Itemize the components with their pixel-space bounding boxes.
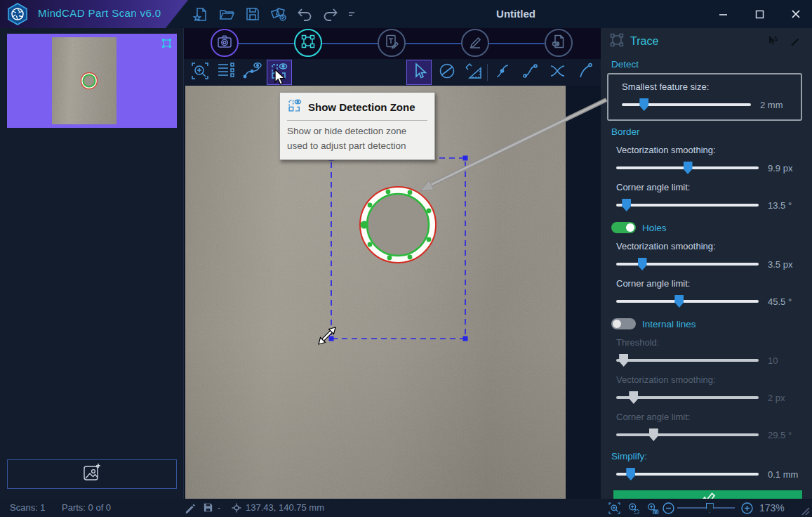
autosave-icon[interactable] bbox=[202, 502, 214, 516]
undo-button[interactable] bbox=[295, 4, 314, 24]
il-corner-slider-row: 29.5 ° bbox=[616, 428, 802, 441]
holes-smoothing-slider-row: 3.5 px bbox=[616, 258, 802, 270]
border-corner-label: Corner angle limit: bbox=[616, 182, 802, 192]
internal-lines-toggle[interactable] bbox=[611, 318, 636, 329]
resize-grip[interactable] bbox=[799, 504, 810, 517]
il-corner-label: Corner angle limit: bbox=[616, 412, 802, 422]
smallest-feature-slider[interactable] bbox=[622, 103, 751, 106]
zoom-extents-icon[interactable] bbox=[608, 502, 621, 517]
workflow-step-export[interactable] bbox=[545, 29, 573, 57]
curve-endnodes-tool[interactable] bbox=[519, 60, 543, 84]
show-curves-tool[interactable] bbox=[241, 60, 265, 84]
window-controls bbox=[714, 0, 805, 28]
select-tool[interactable] bbox=[407, 60, 431, 84]
tools-separator bbox=[487, 64, 488, 81]
scans-count: Scans: 1 bbox=[10, 502, 46, 513]
pointer-icon bbox=[410, 62, 428, 83]
panel-pointer-icon[interactable] bbox=[767, 35, 778, 49]
scan-thumbnail-image bbox=[52, 37, 117, 124]
workflow-bar bbox=[184, 28, 601, 59]
threshold-value: 10 bbox=[759, 355, 802, 366]
il-smoothing-value: 2 px bbox=[759, 393, 802, 403]
show-detection-zone-tool[interactable] bbox=[267, 60, 291, 84]
smallest-feature-value: 2 mm bbox=[751, 100, 794, 110]
curve-open-tool[interactable] bbox=[573, 60, 597, 84]
tooltip: Show Detection Zone Show or hide detecti… bbox=[279, 92, 435, 160]
border-smoothing-value: 9.9 px bbox=[759, 163, 802, 174]
scan-list-tool[interactable] bbox=[214, 60, 238, 84]
cursor-coordinates: 137.43, 140.75 mm bbox=[246, 502, 324, 513]
new-scan-button[interactable] bbox=[191, 4, 211, 24]
zoom-to-scan-icon[interactable] bbox=[646, 502, 659, 517]
il-corner-slider bbox=[616, 433, 759, 436]
simplify-label: Simplify: bbox=[611, 451, 802, 462]
internal-lines-toggle-row: Internal lines bbox=[611, 318, 802, 329]
smallest-feature-callout: Smallest feature size: 2 mm bbox=[607, 73, 802, 121]
workflow-step-edit[interactable] bbox=[461, 29, 489, 57]
zoom-out-button[interactable] bbox=[663, 502, 674, 517]
il-smoothing-slider bbox=[616, 396, 759, 399]
tooltip-description-line2: used to adjust part detection bbox=[287, 139, 427, 154]
border-section-label: Border bbox=[611, 126, 802, 137]
bounding-box-icon bbox=[300, 33, 317, 53]
ruler-triangle-icon bbox=[464, 61, 484, 84]
threshold-label: Threshold: bbox=[616, 337, 802, 348]
holes-label: Holes bbox=[642, 223, 667, 233]
panel-edit-icon[interactable] bbox=[790, 35, 801, 49]
border-smoothing-slider[interactable] bbox=[616, 166, 759, 169]
workflow-step-capture[interactable] bbox=[211, 29, 239, 57]
calibration-button[interactable] bbox=[269, 4, 288, 24]
measure-tool[interactable] bbox=[462, 60, 486, 84]
app-window: MindCAD Part Scan v6.0 bbox=[0, 0, 812, 517]
minimize-button[interactable] bbox=[714, 5, 732, 23]
app-logo-icon bbox=[6, 2, 29, 26]
zoom-slider[interactable] bbox=[677, 507, 735, 509]
document-title: Untitled bbox=[460, 8, 572, 20]
tooltip-detection-zone-icon bbox=[287, 98, 302, 116]
export-document-icon bbox=[550, 33, 567, 53]
no-entry-icon bbox=[437, 61, 457, 84]
autosave-status: - bbox=[218, 502, 220, 513]
holes-smoothing-slider[interactable] bbox=[616, 263, 759, 266]
add-scan-button[interactable] bbox=[7, 459, 177, 489]
zoom-region-tool[interactable] bbox=[188, 60, 212, 84]
scan-thumbnail[interactable] bbox=[7, 34, 177, 128]
curve-midnode-tool[interactable] bbox=[491, 60, 515, 84]
holes-toggle[interactable] bbox=[611, 222, 636, 233]
redo-button[interactable] bbox=[321, 4, 340, 24]
tools-bar bbox=[184, 59, 601, 86]
save-button[interactable] bbox=[243, 4, 262, 24]
border-smoothing-label: Vectorization smoothing: bbox=[616, 145, 802, 155]
smallest-feature-slider-row: 2 mm bbox=[622, 98, 794, 111]
zoom-in-button[interactable] bbox=[741, 502, 753, 517]
curves-crossing-icon bbox=[548, 62, 568, 83]
scans-sidebar bbox=[0, 28, 184, 499]
holes-corner-slider[interactable] bbox=[616, 300, 759, 303]
toolbar-overflow-button[interactable] bbox=[347, 4, 357, 24]
internal-lines-label: Internal lines bbox=[642, 319, 696, 329]
maximize-button[interactable] bbox=[750, 5, 768, 23]
magnifier-brackets-icon bbox=[190, 61, 210, 84]
simplify-slider[interactable] bbox=[616, 473, 759, 476]
trace-panel: Trace Detect Smallest feature size: 2 mm… bbox=[601, 28, 812, 499]
il-smoothing-label: Vectorization smoothing: bbox=[616, 374, 802, 385]
trace-panel-title: Trace bbox=[630, 35, 658, 48]
border-corner-slider-row: 13.5 ° bbox=[616, 199, 802, 211]
tooltip-description-line1: Show or hide detection zone bbox=[287, 124, 427, 139]
edit-mode-icon[interactable] bbox=[184, 502, 197, 517]
zoom-level: 173% bbox=[759, 502, 785, 513]
tooltip-title: Show Detection Zone bbox=[308, 101, 415, 113]
threshold-slider-row: 10 bbox=[616, 354, 802, 367]
curve-eye-icon bbox=[243, 61, 262, 84]
border-corner-slider[interactable] bbox=[616, 204, 759, 207]
curve-endnodes-icon bbox=[521, 62, 540, 83]
workflow-step-trace[interactable] bbox=[294, 29, 322, 57]
workflow-step-annotate[interactable] bbox=[378, 29, 406, 57]
zoom-to-selection-icon[interactable] bbox=[627, 502, 640, 517]
list-icon bbox=[216, 61, 236, 84]
open-button[interactable] bbox=[217, 4, 237, 24]
curves-crossing-tool[interactable] bbox=[546, 60, 570, 84]
exclude-tool[interactable] bbox=[435, 60, 459, 84]
close-button[interactable] bbox=[787, 5, 805, 23]
detect-section-label: Detect bbox=[611, 59, 802, 70]
